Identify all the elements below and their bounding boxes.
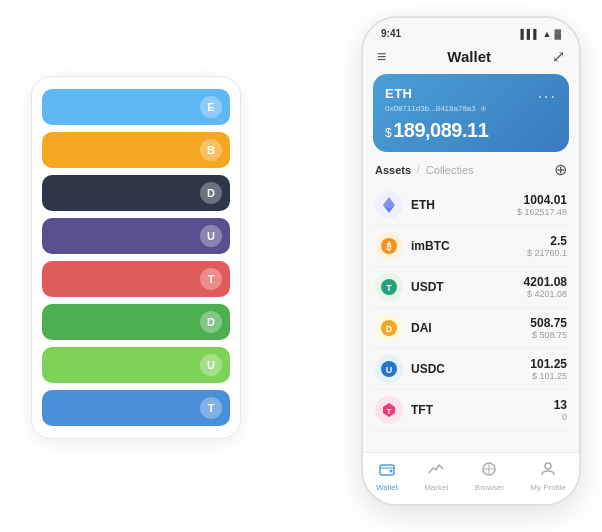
phone: 9:41 ▌▌▌ ▲ ▓ ≡ Wallet ⤢ ETH ... 0x08711d… — [361, 16, 581, 506]
status-icons: ▌▌▌ ▲ ▓ — [520, 29, 561, 39]
dai-asset-usd: $ 508.75 — [530, 330, 567, 340]
svg-text:D: D — [386, 324, 393, 334]
card-row-icon-5: D — [200, 311, 222, 333]
eth-asset-usd: $ 162517.48 — [517, 207, 567, 217]
tft-asset-amount: 13 — [554, 398, 567, 412]
assets-tabs: Assets / Collecties — [375, 164, 474, 176]
assets-header: Assets / Collecties ⊕ — [373, 160, 569, 179]
asset-row-usdc[interactable]: U USDC 101.25 $ 101.25 — [373, 349, 569, 390]
profile-nav-label: My Profile — [530, 483, 566, 492]
eth-card-label: ETH — [385, 86, 413, 101]
eth-card[interactable]: ETH ... 0x08711d3b...8418a78a3 ⊕ $189,08… — [373, 74, 569, 152]
asset-row-usdt[interactable]: T USDT 4201.08 $ 4201.08 — [373, 267, 569, 308]
usdc-asset-values: 101.25 $ 101.25 — [530, 357, 567, 381]
usdt-asset-usd: $ 4201.08 — [524, 289, 567, 299]
dai-asset-values: 508.75 $ 508.75 — [530, 316, 567, 340]
usdc-asset-amount: 101.25 — [530, 357, 567, 371]
imbtc-asset-name: imBTC — [411, 239, 527, 253]
card-row-7[interactable]: T — [42, 390, 230, 426]
usdc-asset-icon: U — [375, 355, 403, 383]
scene: E B D U T D U T 9:41 ▌▌▌ ▲ — [21, 16, 581, 516]
asset-row-tft[interactable]: T TFT 13 0 — [373, 390, 569, 431]
usdc-asset-name: USDC — [411, 362, 530, 376]
phone-header: ≡ Wallet ⤢ — [363, 43, 579, 74]
eth-asset-icon — [375, 191, 403, 219]
imbtc-asset-usd: $ 21760.1 — [527, 248, 567, 258]
asset-row-dai[interactable]: D DAI 508.75 $ 508.75 — [373, 308, 569, 349]
svg-text:T: T — [387, 407, 392, 416]
usdc-asset-usd: $ 101.25 — [530, 371, 567, 381]
copy-icon[interactable]: ⊕ — [480, 104, 487, 113]
card-row-6[interactable]: U — [42, 347, 230, 383]
card-row-5[interactable]: D — [42, 304, 230, 340]
card-row-icon-3: U — [200, 225, 222, 247]
usdt-asset-icon: T — [375, 273, 403, 301]
card-stack: E B D U T D U T — [31, 76, 241, 439]
expand-icon[interactable]: ⤢ — [552, 47, 565, 66]
usdt-asset-amount: 4201.08 — [524, 275, 567, 289]
nav-market[interactable]: Market — [424, 461, 448, 492]
assets-section: Assets / Collecties ⊕ ETH 1004.01 $ 1625… — [363, 160, 579, 452]
card-row-icon-6: U — [200, 354, 222, 376]
add-asset-button[interactable]: ⊕ — [554, 160, 567, 179]
wallet-nav-label: Wallet — [376, 483, 398, 492]
imbtc-asset-icon: ₿ — [375, 232, 403, 260]
imbtc-asset-amount: 2.5 — [527, 234, 567, 248]
usdt-asset-name: USDT — [411, 280, 524, 294]
card-row-4[interactable]: T — [42, 261, 230, 297]
wallet-nav-icon — [379, 461, 395, 481]
imbtc-asset-values: 2.5 $ 21760.1 — [527, 234, 567, 258]
svg-text:T: T — [386, 283, 392, 293]
eth-asset-name: ETH — [411, 198, 517, 212]
eth-card-top: ETH ... — [385, 84, 557, 102]
asset-row-imbtc[interactable]: ₿ imBTC 2.5 $ 21760.1 — [373, 226, 569, 267]
dai-asset-amount: 508.75 — [530, 316, 567, 330]
svg-point-12 — [390, 470, 393, 473]
eth-balance-prefix: $ — [385, 126, 391, 140]
usdt-asset-values: 4201.08 $ 4201.08 — [524, 275, 567, 299]
menu-icon[interactable]: ≡ — [377, 48, 386, 66]
browser-nav-icon — [481, 461, 497, 481]
eth-asset-values: 1004.01 $ 162517.48 — [517, 193, 567, 217]
card-row-0[interactable]: E — [42, 89, 230, 125]
card-row-icon-1: B — [200, 139, 222, 161]
signal-icon: ▌▌▌ — [520, 29, 539, 39]
tab-collecties[interactable]: Collecties — [426, 164, 474, 176]
eth-card-menu[interactable]: ... — [538, 84, 557, 102]
market-nav-icon — [428, 461, 444, 481]
card-row-2[interactable]: D — [42, 175, 230, 211]
tab-assets[interactable]: Assets — [375, 164, 411, 176]
svg-point-16 — [545, 463, 551, 469]
nav-profile[interactable]: My Profile — [530, 461, 566, 492]
dai-asset-icon: D — [375, 314, 403, 342]
dai-asset-name: DAI — [411, 321, 530, 335]
tft-asset-values: 13 0 — [554, 398, 567, 422]
wifi-icon: ▲ — [543, 29, 552, 39]
eth-address: 0x08711d3b...8418a78a3 ⊕ — [385, 104, 557, 113]
tft-asset-icon: T — [375, 396, 403, 424]
tab-divider: / — [417, 164, 420, 175]
nav-browser[interactable]: Browser — [475, 461, 504, 492]
status-bar: 9:41 ▌▌▌ ▲ ▓ — [363, 18, 579, 43]
profile-nav-icon — [540, 461, 556, 481]
card-row-icon-2: D — [200, 182, 222, 204]
eth-balance: $189,089.11 — [385, 119, 557, 142]
browser-nav-label: Browser — [475, 483, 504, 492]
svg-text:U: U — [386, 365, 393, 375]
market-nav-label: Market — [424, 483, 448, 492]
tft-asset-name: TFT — [411, 403, 554, 417]
page-title: Wallet — [447, 48, 491, 65]
tft-asset-usd: 0 — [554, 412, 567, 422]
card-row-3[interactable]: U — [42, 218, 230, 254]
card-row-icon-7: T — [200, 397, 222, 419]
eth-asset-amount: 1004.01 — [517, 193, 567, 207]
card-row-icon-0: E — [200, 96, 222, 118]
bottom-nav: Wallet Market Browser My Profile — [363, 452, 579, 504]
time-display: 9:41 — [381, 28, 401, 39]
card-row-icon-4: T — [200, 268, 222, 290]
nav-wallet[interactable]: Wallet — [376, 461, 398, 492]
battery-icon: ▓ — [554, 29, 561, 39]
asset-row-eth[interactable]: ETH 1004.01 $ 162517.48 — [373, 185, 569, 226]
card-row-1[interactable]: B — [42, 132, 230, 168]
